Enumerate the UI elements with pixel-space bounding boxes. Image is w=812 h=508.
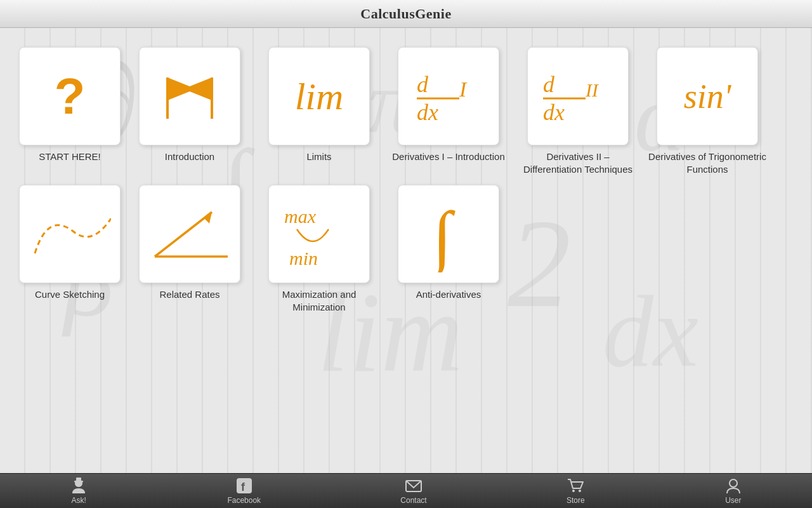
tile-derivatives-2[interactable]: d dx II Derivatives II – Differentiation… bbox=[518, 47, 638, 175]
main-content: ? START HERE! Introduction lim bbox=[0, 28, 812, 313]
envelope-icon bbox=[405, 477, 422, 495]
svg-rect-20 bbox=[76, 478, 81, 481]
svg-text:dx: dx bbox=[417, 100, 438, 125]
tile-label-related-rates: Related Rates bbox=[159, 288, 219, 301]
nav-contact[interactable]: Contact bbox=[388, 474, 439, 507]
flags-icon bbox=[152, 65, 228, 128]
start-here-icon: ? bbox=[55, 67, 86, 126]
svg-text:d: d bbox=[417, 72, 429, 97]
tile-label-anti-derivatives: Anti-derivatives bbox=[416, 288, 481, 301]
svg-marker-3 bbox=[183, 77, 212, 100]
svg-text:f: f bbox=[241, 481, 246, 493]
tiles-row-1: ? START HERE! Introduction lim bbox=[19, 47, 793, 175]
app-title-normal: Calculus bbox=[360, 6, 415, 22]
tile-box-trig-derivatives: sin' bbox=[657, 47, 758, 145]
svg-text:I: I bbox=[459, 77, 468, 101]
svg-text:dx: dx bbox=[543, 100, 565, 125]
integral-icon: ∫ bbox=[417, 196, 480, 272]
nav-facebook[interactable]: f Facebook bbox=[214, 474, 273, 507]
tile-box-introduction bbox=[139, 47, 240, 145]
tile-box-derivatives-2: d dx II bbox=[527, 47, 629, 145]
nav-user[interactable]: User bbox=[712, 474, 755, 507]
lim-icon: lim bbox=[295, 77, 344, 116]
tile-max-min[interactable]: max min Maximization and Minimization bbox=[259, 185, 379, 313]
nav-user-label: User bbox=[725, 496, 741, 505]
tile-start-here[interactable]: ? START HERE! bbox=[19, 47, 121, 175]
svg-text:d: d bbox=[543, 72, 555, 97]
svg-point-26 bbox=[730, 479, 737, 487]
tile-box-max-min: max min bbox=[268, 185, 370, 283]
nav-contact-label: Contact bbox=[400, 496, 426, 505]
curve-icon bbox=[29, 199, 111, 269]
person-hat-icon bbox=[70, 477, 88, 495]
tile-label-introduction: Introduction bbox=[165, 150, 214, 163]
tiles-row-2: Curve Sketching Related Rates max bbox=[19, 185, 793, 313]
tile-box-limits: lim bbox=[268, 47, 370, 145]
nav-ask[interactable]: Ask! bbox=[57, 474, 100, 507]
ddx2-icon: d dx II bbox=[540, 62, 616, 131]
tile-box-derivatives-1: d dx I bbox=[398, 47, 499, 145]
tile-derivatives-1[interactable]: d dx I Derivatives I – Introduction bbox=[388, 47, 509, 175]
tile-introduction[interactable]: Introduction bbox=[129, 47, 250, 175]
nav-ask-label: Ask! bbox=[71, 496, 86, 505]
svg-text:min: min bbox=[289, 248, 318, 269]
svg-text:max: max bbox=[284, 206, 317, 227]
svg-point-25 bbox=[579, 490, 581, 492]
nav-facebook-label: Facebook bbox=[227, 496, 261, 505]
title-bar: CalculusGenie bbox=[0, 0, 812, 28]
ddx1-icon: d dx I bbox=[414, 62, 483, 131]
tile-related-rates[interactable]: Related Rates bbox=[129, 185, 250, 313]
tile-box-anti-derivatives: ∫ bbox=[398, 185, 499, 283]
tile-label-trig-derivatives: Derivatives of Trigonometric Functions bbox=[647, 150, 768, 175]
tile-trig-derivatives[interactable]: sin' Derivatives of Trigonometric Functi… bbox=[647, 47, 768, 175]
tile-box-related-rates bbox=[139, 185, 240, 283]
maxmin-icon: max min bbox=[278, 196, 360, 272]
angle-icon bbox=[148, 199, 231, 269]
tile-curve-sketching[interactable]: Curve Sketching bbox=[19, 185, 121, 313]
facebook-icon: f bbox=[235, 477, 253, 495]
cart-icon bbox=[566, 477, 584, 495]
tile-label-curve-sketching: Curve Sketching bbox=[35, 288, 105, 301]
svg-text:II: II bbox=[585, 79, 599, 100]
svg-text:∫: ∫ bbox=[429, 197, 455, 272]
tile-limits[interactable]: lim Limits bbox=[259, 47, 379, 175]
bottom-nav: Ask! f Facebook Contact Store User bbox=[0, 473, 812, 508]
nav-store-label: Store bbox=[566, 496, 585, 505]
tile-box-curve-sketching bbox=[19, 185, 121, 283]
nav-store[interactable]: Store bbox=[554, 474, 598, 507]
app-title: CalculusGenie bbox=[360, 6, 451, 22]
svg-line-13 bbox=[155, 212, 212, 257]
tile-label-max-min: Maximization and Minimization bbox=[259, 288, 379, 313]
tile-label-derivatives-1: Derivatives I – Introduction bbox=[392, 150, 505, 163]
tile-anti-derivatives[interactable]: ∫ Anti-derivatives bbox=[388, 185, 509, 313]
sin-icon: sin' bbox=[684, 79, 731, 114]
tile-label-derivatives-2: Derivatives II – Differentiation Techniq… bbox=[518, 150, 638, 175]
app-title-bold: Genie bbox=[415, 6, 452, 22]
tile-box-start-here: ? bbox=[19, 47, 121, 145]
tile-label-start-here: START HERE! bbox=[39, 150, 101, 163]
tile-label-limits: Limits bbox=[306, 150, 331, 163]
user-icon bbox=[724, 477, 742, 495]
svg-point-24 bbox=[572, 490, 575, 492]
